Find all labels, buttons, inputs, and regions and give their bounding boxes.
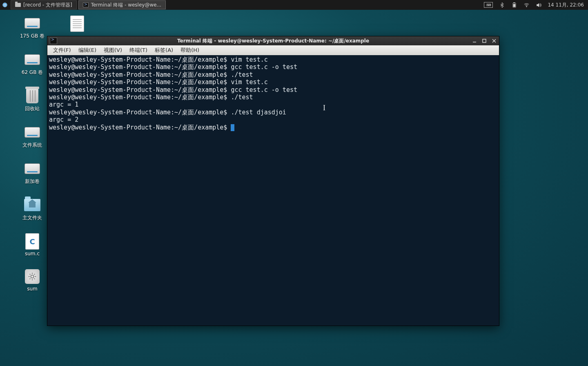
desktop-icon-home[interactable]: 主文件夹 [14,197,51,221]
taskbar-item-label: Terminal 终端 - wesley@we... [91,2,161,9]
applications-menu-icon[interactable] [0,0,10,10]
home-folder-icon [24,199,40,211]
desktop-icons: 175 GB 卷 62 GB 卷 回收站 文件系统 新加卷 主文件夹 C sum… [14,16,51,292]
desktop-icon-filesystem[interactable]: 文件系统 [14,125,51,149]
terminal-body[interactable]: wesley@wesley-System-Product-Name:~/桌面/e… [47,55,499,326]
svg-point-6 [526,6,527,7]
terminal-line: wesley@wesley-System-Product-Name:~/桌面/e… [49,71,497,78]
drive-icon [24,163,40,174]
terminal-line: wesley@wesley-System-Product-Name:~/桌面/e… [49,109,497,116]
desktop-icon-document[interactable] [59,16,96,32]
trash-icon [26,89,38,103]
svg-point-0 [2,2,7,7]
top-panel: [record - 文件管理器] Terminal 终端 - wesley@we… [0,0,588,10]
menu-edit[interactable]: 编辑(E) [75,46,100,55]
menu-file[interactable]: 文件(F) [50,46,74,55]
terminal-window: Terminal 终端 - wesley@wesley-System-Produ… [47,36,499,326]
volume-icon[interactable] [535,2,542,8]
svg-rect-5 [513,4,515,7]
terminal-icon [50,38,57,44]
close-button[interactable] [489,36,499,45]
c-source-icon: C [25,233,39,250]
taskbar-item-terminal[interactable]: Terminal 终端 - wesley@we... [78,0,166,9]
menu-terminal[interactable]: 终端(T) [126,46,151,55]
desktop-icon-drive-175gb[interactable]: 175 GB 卷 [14,16,51,40]
terminal-icon [83,2,89,7]
menu-view[interactable]: 视图(V) [100,46,125,55]
terminal-line: wesley@wesley-System-Product-Name:~/桌面/e… [49,94,497,101]
desktop-icon-sum-c[interactable]: C sum.c [14,234,51,257]
keyboard-layout-icon[interactable]: ⌨ [484,2,493,8]
desktop-icon-trash[interactable]: 回收站 [14,88,51,112]
window-title: Terminal 终端 - wesley@wesley-System-Produ… [177,38,369,45]
terminal-line: wesley@wesley-System-Product-Name:~/桌面/e… [49,56,497,63]
folder-icon [15,3,21,7]
desktop-icon-sum[interactable]: sum [14,269,51,292]
clock[interactable]: 14 11月, 22:06 [548,2,584,9]
taskbar-item-label: [record - 文件管理器] [23,2,72,9]
document-icon [70,16,84,32]
terminal-line: wesley@wesley-System-Product-Name:~/桌面/e… [49,63,497,71]
svg-rect-8 [483,39,486,42]
text-cursor-ibeam: I [323,104,325,112]
terminal-line: wesley@wesley-System-Product-Name:~/桌面/e… [49,124,497,131]
terminal-line: wesley@wesley-System-Product-Name:~/桌面/e… [49,86,497,94]
panel-right: ⌨ 14 11月, 22:06 [484,0,588,10]
maximize-button[interactable] [479,36,489,45]
menu-tabs[interactable]: 标签(A) [151,46,176,55]
drive-icon [24,54,40,65]
panel-left: [record - 文件管理器] Terminal 终端 - wesley@we… [0,0,167,10]
wifi-icon[interactable] [523,2,530,8]
svg-point-2 [5,4,6,5]
taskbar-item-file-manager[interactable]: [record - 文件管理器] [11,0,77,9]
terminal-line: wesley@wesley-System-Product-Name:~/桌面/e… [49,78,497,86]
desktop-icon-drive-62gb[interactable]: 62 GB 卷 [14,52,51,76]
drive-icon [24,18,40,29]
menubar: 文件(F) 编辑(E) 视图(V) 终端(T) 标签(A) 帮助(H) [47,45,499,55]
window-titlebar[interactable]: Terminal 终端 - wesley@wesley-System-Produ… [47,36,499,45]
drive-icon [24,127,40,138]
bluetooth-icon[interactable] [499,2,505,8]
svg-rect-4 [514,2,515,3]
window-controls [470,36,499,45]
battery-icon[interactable] [511,2,517,8]
menu-help[interactable]: 帮助(H) [177,46,203,55]
executable-icon [25,269,40,284]
terminal-line: argc = 2 [49,116,497,123]
terminal-line: argc = 1 [49,101,497,108]
minimize-button[interactable] [470,36,479,45]
terminal-cursor [231,124,234,131]
svg-point-1 [4,4,4,5]
desktop-icon-newvolume[interactable]: 新加卷 [14,161,51,185]
